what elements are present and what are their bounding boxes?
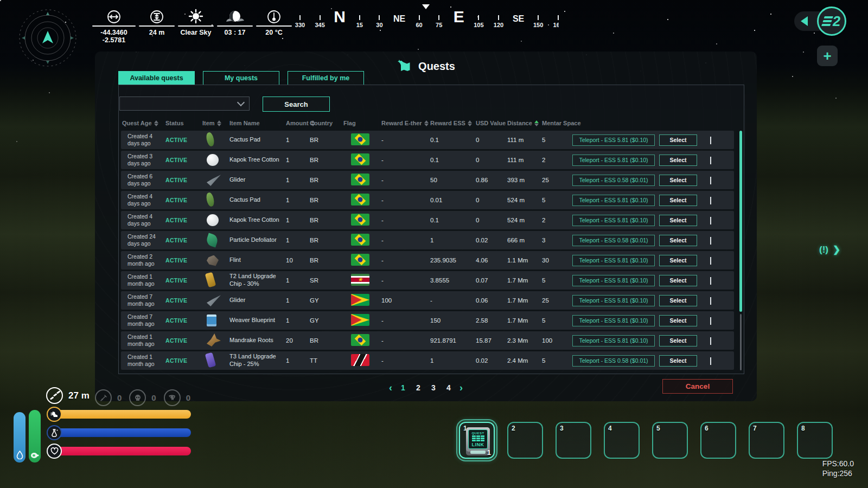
hotbar-slot-1[interactable]: 1QUESTLINK1 — [459, 422, 495, 459]
cancel-button[interactable]: Cancel — [662, 379, 733, 394]
column-header[interactable]: Distance — [507, 120, 542, 126]
select-button[interactable]: Select — [659, 295, 697, 306]
teleport-button[interactable]: Teleport - ESS 5.81 ($0.10) — [572, 155, 655, 166]
row-expand-chevron-icon[interactable] — [710, 157, 711, 164]
teleport-button[interactable]: Teleport - ESS 5.81 ($0.10) — [572, 215, 655, 226]
teleport-button[interactable]: Teleport - ESS 5.81 ($0.10) — [572, 134, 655, 146]
tab-my-quests[interactable]: My quests — [203, 71, 279, 85]
table-row[interactable]: Created 3 days ago ACTIVE Kapok Tree Cot… — [121, 151, 734, 169]
select-button[interactable]: Select — [659, 235, 697, 246]
select-button[interactable]: Select — [659, 335, 697, 346]
row-expand-chevron-icon[interactable] — [710, 297, 711, 305]
teleport-button[interactable]: Teleport - ESS 5.81 ($0.10) — [572, 195, 655, 206]
compass-tick-120: 120 — [489, 15, 508, 28]
teleport-button[interactable]: Teleport - ESS 5.81 ($0.10) — [572, 295, 655, 306]
walked-distance-widget: 27 m — [46, 387, 90, 404]
select-button[interactable]: Select — [659, 315, 697, 326]
hotbar-slot-7[interactable]: 7 — [749, 422, 784, 459]
item-name: Cactus Pad — [228, 136, 285, 144]
hotbar-slot-6[interactable]: 6 — [700, 422, 736, 459]
select-button[interactable]: Select — [659, 255, 697, 266]
table-row[interactable]: Created 7 month ago ACTIVE Glider 1 GY 1… — [121, 291, 734, 310]
slot-number: 7 — [753, 425, 757, 432]
table-row[interactable]: Created 6 days ago ACTIVE Glider 1 BR - … — [121, 171, 734, 189]
row-expand-chevron-icon[interactable] — [710, 217, 711, 224]
filter-dropdown[interactable] — [119, 97, 250, 111]
amount-value: 1 — [285, 297, 309, 304]
row-expand-chevron-icon[interactable] — [710, 137, 711, 144]
compass-tick-30: 30 — [369, 15, 389, 28]
country-flag-icon — [351, 314, 369, 326]
table-row[interactable]: Created 24 days ago ACTIVE Particle Defo… — [121, 231, 734, 249]
column-header[interactable]: Quest Age — [122, 120, 165, 126]
add-button[interactable]: + — [817, 46, 838, 66]
teleport-button[interactable]: Teleport - ESS 0.58 ($0.01) — [572, 355, 655, 367]
hotbar-slot-5[interactable]: 5 — [652, 422, 688, 459]
page-number-2[interactable]: 2 — [414, 383, 423, 392]
row-expand-chevron-icon[interactable] — [710, 357, 711, 365]
table-row[interactable]: Created 1 month ago ACTIVE T3 Land Upgra… — [121, 351, 734, 370]
page-number-4[interactable]: 4 — [444, 383, 453, 392]
table-row[interactable]: Created 1 month ago ACTIVE Mandrake Root… — [121, 331, 734, 350]
sort-arrows-icon[interactable] — [424, 120, 429, 126]
row-expand-chevron-icon[interactable] — [710, 197, 711, 204]
select-button[interactable]: Select — [659, 355, 697, 367]
select-button[interactable]: Select — [659, 195, 697, 206]
sort-arrows-icon[interactable] — [534, 120, 539, 126]
hotbar-slot-8[interactable]: 8 — [797, 422, 833, 459]
table-row[interactable]: Created 4 days ago ACTIVE Kapok Tree Cot… — [121, 211, 734, 229]
e2-logo[interactable]: 2 — [817, 7, 846, 36]
teleport-button[interactable]: Teleport - ESS 0.58 ($0.01) — [572, 235, 655, 246]
row-expand-chevron-icon[interactable] — [710, 277, 711, 285]
row-expand-chevron-icon[interactable] — [710, 317, 711, 325]
reward-ess-value: 0.1 — [429, 157, 475, 163]
select-button[interactable]: Select — [659, 215, 697, 226]
sort-arrows-icon[interactable] — [217, 120, 221, 126]
select-button[interactable]: Select — [659, 275, 697, 286]
table-row[interactable]: Created 1 month ago ACTIVE T2 Land Upgra… — [121, 271, 734, 290]
scrollbar-thumb[interactable] — [739, 131, 742, 312]
row-expand-chevron-icon[interactable] — [710, 237, 711, 245]
column-header[interactable]: Amount — [286, 120, 310, 126]
distance-value: 2.3 Mm — [506, 337, 541, 344]
teleport-button[interactable]: Teleport - ESS 0.58 ($0.01) — [572, 175, 655, 186]
sort-arrows-icon[interactable] — [468, 120, 472, 126]
sort-arrows-icon[interactable] — [154, 120, 158, 126]
teleport-button[interactable]: Teleport - ESS 5.81 ($0.10) — [572, 255, 655, 266]
column-header[interactable]: Reward ESS — [430, 120, 476, 126]
row-expand-chevron-icon[interactable] — [710, 337, 711, 345]
teleport-button[interactable]: Teleport - ESS 5.81 ($0.10) — [572, 335, 655, 346]
tab-fulfilled-by-me[interactable]: Fulfilled by me — [288, 71, 364, 85]
column-header[interactable]: Reward E-ther — [381, 120, 430, 126]
page-number-3[interactable]: 3 — [429, 383, 438, 392]
environment-strip: -44.3460 -2.5781 24 m Clear Sky 03 : 17 — [92, 8, 292, 44]
search-button[interactable]: Search — [263, 97, 330, 112]
row-expand-chevron-icon[interactable] — [710, 177, 711, 184]
column-header[interactable]: Item — [202, 120, 229, 126]
teleport-button[interactable]: Teleport - ESS 5.81 ($0.10) — [572, 315, 655, 326]
select-button[interactable]: Select — [659, 134, 697, 146]
row-expand-chevron-icon[interactable] — [710, 257, 711, 265]
table-row[interactable]: Created 7 month ago ACTIVE Weaver Bluepr… — [121, 311, 734, 330]
page-number-1[interactable]: 1 — [399, 383, 407, 392]
tab-available-quests[interactable]: Available quests — [118, 71, 195, 85]
heart-icon — [47, 444, 62, 459]
side-alert[interactable]: (!) ❯ — [819, 244, 840, 255]
hotbar-slot-2[interactable]: 2 — [507, 422, 543, 459]
table-row[interactable]: Created 2 month ago ACTIVE Flint 10 BR -… — [121, 251, 734, 269]
compass-tick-345: 345 — [310, 15, 330, 28]
quest-status: ACTIVE — [164, 237, 201, 243]
select-button[interactable]: Select — [659, 155, 697, 166]
table-row[interactable]: Created 4 days ago ACTIVE Cactus Pad 1 B… — [121, 131, 734, 149]
select-button[interactable]: Select — [659, 175, 697, 186]
hotbar-slot-3[interactable]: 3 — [556, 422, 591, 459]
page-prev-arrow[interactable]: ‹ — [389, 383, 392, 393]
quest-status: ACTIVE — [164, 157, 201, 163]
hotbar-slot-4[interactable]: 4 — [604, 422, 640, 459]
page-next-arrow[interactable]: › — [459, 383, 463, 393]
table-row[interactable]: Created 4 days ago ACTIVE Cactus Pad 1 B… — [121, 191, 734, 209]
table-scrollbar[interactable] — [739, 131, 742, 370]
usd-value: 15.87 — [475, 337, 506, 344]
teleport-button[interactable]: Teleport - ESS 5.81 ($0.10) — [572, 275, 655, 286]
amount-value: 1 — [285, 197, 309, 203]
